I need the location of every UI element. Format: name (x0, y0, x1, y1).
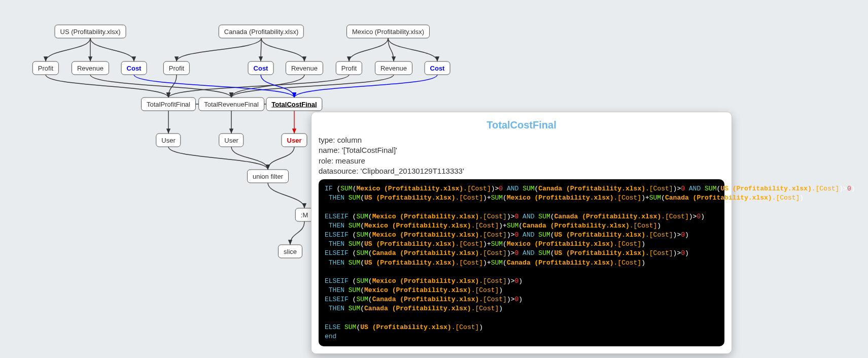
meta-type-label: type: (319, 136, 337, 144)
meta-name-value: '[TotalCostFinal]' (342, 146, 397, 154)
node-mx-rev[interactable]: Revenue (375, 61, 412, 75)
detail-meta: type: column name: '[TotalCostFinal]' ro… (319, 135, 724, 176)
node-ca-profit[interactable]: Profit (163, 61, 190, 75)
node-user-1[interactable]: User (156, 134, 181, 147)
meta-name-label: name: (319, 146, 342, 154)
node-total-cost[interactable]: TotalCostFinal (266, 97, 322, 111)
node-total-revenue[interactable]: TotalRevenueFinal (198, 97, 264, 111)
node-us-cost[interactable]: Cost (121, 61, 147, 75)
node-ca-cost[interactable]: Cost (248, 61, 274, 75)
node-slice[interactable]: slice (278, 245, 302, 258)
node-us-rev[interactable]: Revenue (72, 61, 109, 75)
node-union-filter[interactable]: union filter (247, 170, 289, 183)
node-us[interactable]: US (Profitability.xlsx) (55, 25, 126, 39)
meta-role-label: role: (319, 156, 335, 165)
node-ca-rev[interactable]: Revenue (286, 61, 323, 75)
node-mx-profit[interactable]: Profit (336, 61, 362, 75)
meta-role-value: measure (335, 156, 365, 165)
node-total-profit[interactable]: TotalProfitFinal (141, 97, 196, 111)
node-mx-cost[interactable]: Cost (425, 61, 450, 75)
node-mexico[interactable]: Mexico (Profitability.xlsx) (346, 25, 430, 39)
node-user-3[interactable]: User (282, 134, 307, 147)
formula-code: IF (SUM(Mexico (Profitability.xlsx).[Cos… (319, 179, 724, 346)
meta-datasource-label: datasource: (319, 167, 361, 175)
meta-datasource-value: 'Clipboard_20130129T113333' (361, 167, 464, 175)
node-canada[interactable]: Canada (Profitability.xlsx) (219, 25, 304, 39)
node-us-profit[interactable]: Profit (32, 61, 59, 75)
detail-title: TotalCostFinal (319, 119, 724, 131)
meta-type-value: column (337, 136, 362, 144)
node-detail-panel: TotalCostFinal type: column name: '[Tota… (311, 112, 732, 354)
node-user-2[interactable]: User (219, 134, 244, 147)
